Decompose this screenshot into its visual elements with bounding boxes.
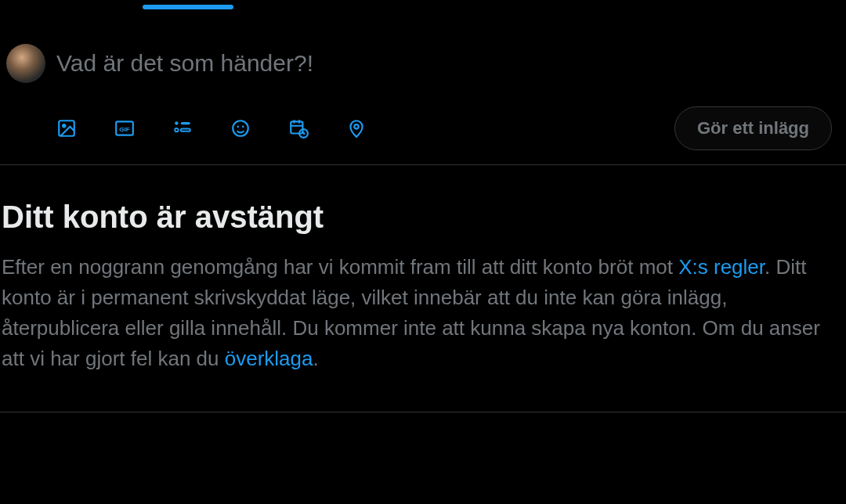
composer-row: [0, 44, 846, 83]
composer-section: GIF: [0, 0, 846, 165]
svg-point-6: [175, 128, 178, 131]
poll-icon[interactable]: [172, 118, 193, 139]
svg-point-4: [175, 121, 178, 124]
compose-input[interactable]: [56, 44, 840, 77]
gif-icon[interactable]: GIF: [114, 118, 135, 139]
svg-rect-5: [181, 122, 190, 124]
notice-text-1: Efter en noggrann genomgång har vi kommi…: [2, 255, 678, 279]
svg-point-1: [63, 124, 65, 127]
active-tab-indicator: [143, 5, 233, 9]
svg-rect-7: [181, 129, 190, 131]
emoji-icon[interactable]: [230, 118, 251, 139]
composer-toolbar: GIF: [0, 83, 846, 150]
notice-body: Efter en noggrann genomgång har vi kommi…: [0, 252, 846, 374]
svg-point-9: [237, 126, 239, 128]
svg-point-8: [233, 121, 248, 136]
svg-rect-11: [291, 121, 302, 133]
svg-point-10: [242, 126, 244, 128]
notice-title: Ditt konto är avstängt: [0, 200, 846, 235]
toolbar-icons: GIF: [56, 118, 367, 139]
suspension-notice: Ditt konto är avstängt Efter en noggrann…: [0, 165, 846, 412]
schedule-icon[interactable]: [288, 118, 309, 139]
appeal-link[interactable]: överklaga: [225, 347, 313, 370]
svg-text:GIF: GIF: [119, 126, 130, 133]
avatar[interactable]: [6, 44, 45, 83]
post-button[interactable]: Gör ett inlägg: [674, 106, 832, 150]
svg-point-13: [354, 124, 358, 128]
rules-link[interactable]: X:s regler: [678, 255, 765, 279]
notice-text-3: .: [313, 347, 318, 370]
image-icon[interactable]: [56, 118, 77, 139]
location-icon[interactable]: [346, 118, 367, 139]
